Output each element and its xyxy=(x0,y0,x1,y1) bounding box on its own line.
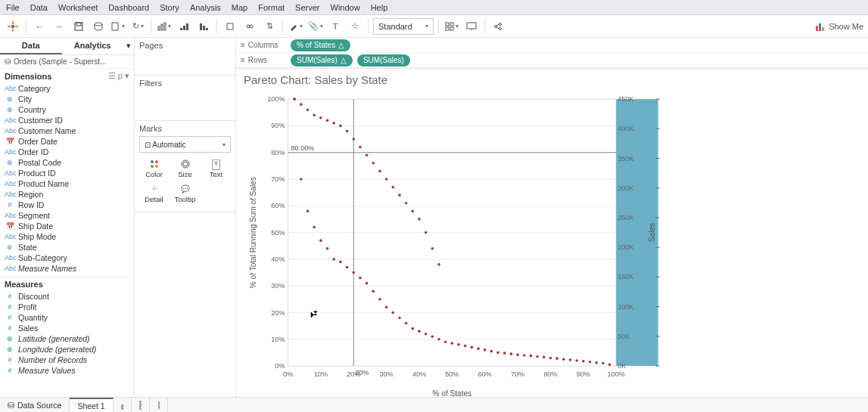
marks-tooltip[interactable]: 💬Tooltip xyxy=(170,182,200,206)
svg-text:0%: 0% xyxy=(275,362,285,370)
highlight-icon[interactable] xyxy=(222,18,238,35)
svg-point-99 xyxy=(451,342,454,345)
dimension-field[interactable]: AbcOrder ID xyxy=(3,147,131,157)
menu-worksheet[interactable]: Worksheet xyxy=(58,3,98,12)
showme-button[interactable]: Show Me xyxy=(815,21,863,32)
menu-data[interactable]: Data xyxy=(30,3,48,12)
filters-shelf[interactable]: Filters xyxy=(139,79,231,88)
dimension-field[interactable]: 📅Ship Date xyxy=(3,221,131,231)
totals-icon[interactable]: ⇅ xyxy=(261,18,278,35)
fit-dropdown[interactable]: Standard▾ xyxy=(373,18,434,35)
presentation-icon[interactable]: ▾ xyxy=(443,18,460,35)
dimension-field[interactable]: AbcSegment xyxy=(3,210,131,221)
dimension-field[interactable]: AbcCustomer ID xyxy=(3,115,131,125)
svg-point-112 xyxy=(536,355,539,358)
label-icon[interactable]: T xyxy=(327,18,344,35)
menu-file[interactable]: File xyxy=(6,3,20,12)
dimension-field[interactable]: #Row ID xyxy=(3,200,131,210)
new-worksheet-icon[interactable]: ▾ xyxy=(110,18,126,35)
marks-detail[interactable]: ⁘Detail xyxy=(139,182,169,206)
back-icon[interactable]: ← xyxy=(31,18,48,35)
svg-point-91 xyxy=(398,317,401,320)
columns-pill-1[interactable]: % of States △ xyxy=(291,39,350,51)
measure-field[interactable]: ⊕Latitude (generated) xyxy=(3,333,131,344)
svg-point-123 xyxy=(608,363,611,366)
marks-type-select[interactable]: ⊡ Automatic▾ xyxy=(139,136,231,153)
present-icon[interactable] xyxy=(463,18,480,35)
menu-format[interactable]: Format xyxy=(258,3,285,12)
rows-pill-1[interactable]: SUM(Sales) △ xyxy=(291,54,353,67)
save-icon[interactable] xyxy=(70,18,87,35)
sort-asc-icon[interactable] xyxy=(176,18,192,35)
svg-text:70%: 70% xyxy=(271,175,285,183)
marks-size[interactable]: Size xyxy=(170,157,200,181)
dimension-field[interactable]: ⊕State xyxy=(3,242,131,252)
new-dashboard-tab-icon[interactable] xyxy=(132,398,150,412)
dimension-field[interactable]: AbcCategory xyxy=(3,83,131,94)
menu-dashboard[interactable]: Dashboard xyxy=(108,3,149,12)
pin-icon[interactable]: 📎▾ xyxy=(307,18,324,35)
chart-canvas[interactable]: 0%10%20%30%40%50%60%70%80%90%100% 0%10%2… xyxy=(242,91,868,397)
menu-story[interactable]: Story xyxy=(160,3,179,12)
tab-sheet1[interactable]: Sheet 1 xyxy=(70,398,113,412)
svg-point-32 xyxy=(151,160,154,163)
chart-title[interactable]: Pareto Chart: Sales by State xyxy=(236,69,868,88)
svg-point-128 xyxy=(319,116,322,119)
svg-text:0%: 0% xyxy=(283,370,293,378)
dimension-field[interactable]: 📅Order Date xyxy=(3,136,131,147)
svg-point-83 xyxy=(346,266,349,269)
star-icon[interactable]: ☆ xyxy=(347,18,363,35)
menu-help[interactable]: Help xyxy=(371,3,388,12)
menu-server[interactable]: Server xyxy=(295,3,319,12)
dimension-field[interactable]: AbcProduct ID xyxy=(3,168,131,178)
datasource-row[interactable]: ⛁ Orders (Sample - Superst... xyxy=(0,55,134,68)
svg-text:450K: 450K xyxy=(618,95,633,103)
measure-field[interactable]: #Quantity xyxy=(3,312,131,323)
dimension-field[interactable]: AbcProduct Name xyxy=(3,178,131,189)
measure-field[interactable]: #Measure Values xyxy=(3,365,131,376)
bottom-bar: ⛁ Data Source Sheet 1 xyxy=(0,397,868,412)
dimension-field[interactable]: ⊕City xyxy=(3,94,131,104)
measure-field[interactable]: #Profit xyxy=(3,302,131,312)
new-worksheet-tab-icon[interactable] xyxy=(114,398,132,412)
refresh-icon[interactable]: ↻▾ xyxy=(129,18,146,35)
measure-field[interactable]: #Sales xyxy=(3,323,131,333)
swap-icon[interactable]: ▾ xyxy=(156,18,173,35)
dimension-field[interactable]: AbcRegion xyxy=(3,189,131,200)
svg-rect-9 xyxy=(158,26,160,30)
dimension-field[interactable]: AbcSub-Category xyxy=(3,252,131,263)
dimension-field[interactable]: AbcCustomer Name xyxy=(3,125,131,136)
svg-point-101 xyxy=(464,345,467,348)
svg-point-86 xyxy=(366,282,369,285)
tab-data[interactable]: Data xyxy=(0,38,62,54)
measure-field[interactable]: #Number of Records xyxy=(3,355,131,365)
sort-desc-icon[interactable] xyxy=(195,18,212,35)
svg-text:100%: 100% xyxy=(267,95,285,103)
dimension-field[interactable]: ⊕Postal Code xyxy=(3,157,131,168)
menu-window[interactable]: Window xyxy=(331,3,360,12)
rows-pill-2[interactable]: SUM(Sales) xyxy=(357,54,410,67)
menu-map[interactable]: Map xyxy=(232,3,247,12)
tab-analytics[interactable]: Analytics xyxy=(62,38,124,54)
forward-icon[interactable]: → xyxy=(51,18,67,35)
tab-data-source[interactable]: ⛁ Data Source xyxy=(0,398,70,412)
dimension-field[interactable]: ⊕Country xyxy=(3,104,131,115)
highlight-pen-icon[interactable]: ▾ xyxy=(288,18,304,35)
new-story-tab-icon[interactable] xyxy=(150,398,168,412)
svg-point-138 xyxy=(385,178,388,181)
dimension-field[interactable]: AbcMeasure Names xyxy=(3,263,131,274)
measure-field[interactable]: ⊕Longitude (generated) xyxy=(3,344,131,355)
tableau-logo-icon[interactable] xyxy=(5,18,21,35)
new-datasource-icon[interactable] xyxy=(90,18,107,35)
pages-shelf[interactable]: Pages xyxy=(139,41,231,50)
menu-analysis[interactable]: Analysis xyxy=(190,3,221,12)
datasource-icon: ⛁ xyxy=(5,57,11,66)
svg-point-144 xyxy=(425,231,428,234)
data-pane-menu-icon[interactable]: ▾ xyxy=(123,38,134,54)
measure-field[interactable]: #Discount xyxy=(3,291,131,302)
marks-color[interactable]: Color xyxy=(139,157,169,181)
dimension-field[interactable]: AbcShip Mode xyxy=(3,231,131,242)
group-icon[interactable] xyxy=(241,18,258,35)
marks-text[interactable]: TText xyxy=(201,157,231,181)
share-icon[interactable] xyxy=(490,18,506,35)
